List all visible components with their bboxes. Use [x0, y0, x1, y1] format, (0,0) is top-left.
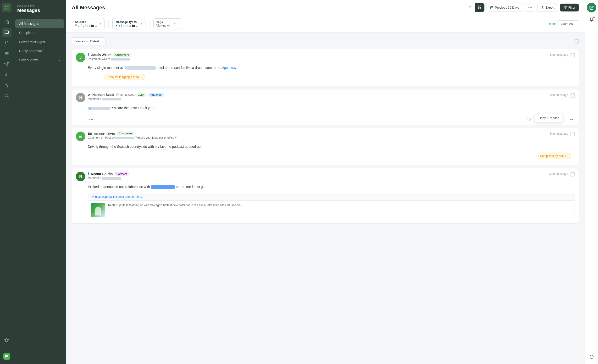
message-meta: f Justin Welch Customers Posted on Wall …: [88, 53, 548, 61]
card-view-button[interactable]: [475, 3, 484, 12]
svg-line-13: [8, 97, 8, 98]
sort-chevron-icon: ▾: [100, 40, 102, 43]
avatar: N: [76, 172, 85, 181]
message-meta: ✕ Hannah Scott @hannahscott 10k+ Influen…: [88, 93, 548, 101]
tags-filter[interactable]: Tags Viewing All ▾: [153, 18, 182, 29]
message-time: 8 minutes ago: [550, 93, 568, 97]
sidebar-item-saved-messages[interactable]: Saved Messages: [15, 38, 64, 46]
link-description: Nectar Spirits is teaming up with Chicag…: [108, 203, 241, 217]
reports-rail-icon[interactable]: [2, 80, 11, 90]
x-types-icon: ✕: [116, 24, 118, 27]
home-rail-icon[interactable]: [2, 17, 11, 27]
help-right-icon[interactable]: [587, 353, 596, 361]
li-source-icon: in: [85, 24, 88, 27]
sources-chevron-icon: ▾: [100, 22, 101, 25]
sort-bar: Newest to Oldest ▾: [72, 37, 579, 45]
message-checkbox[interactable]: [571, 93, 575, 98]
mention: @: [124, 66, 127, 70]
notifications-rail-icon[interactable]: [2, 38, 11, 48]
analytics-rail-icon[interactable]: [2, 70, 11, 79]
view-toggle-group: [465, 3, 485, 12]
messages-rail-icon[interactable]: [2, 28, 11, 37]
favorites-rail-icon[interactable]: [2, 335, 11, 345]
customers-badge: Customers: [117, 132, 134, 135]
compose-button[interactable]: [587, 3, 596, 12]
platform-x-icon: ✕: [88, 93, 91, 97]
customers-badge: Customers: [113, 53, 131, 57]
date-range-button[interactable]: Previous 30 Days: [487, 4, 523, 11]
topbar-actions: Previous 30 Days ••• Export Filter: [465, 3, 579, 12]
message-checkbox[interactable]: [571, 172, 575, 176]
more-actions-button[interactable]: •••: [88, 116, 95, 123]
brand-logo-icon[interactable]: [2, 3, 11, 12]
li-types-icon: in: [125, 24, 128, 27]
avatar: H: [76, 93, 85, 102]
export-button[interactable]: Export: [537, 4, 558, 11]
filter-actions: Reset Save As...: [548, 20, 579, 27]
message-card: m 📷 minniemakes Customers Comment on Pos…: [72, 128, 579, 165]
avatar: m: [76, 132, 85, 141]
sidebar-item-reply-approvals[interactable]: Reply Approvals: [15, 47, 64, 55]
platform-fb-icon: f: [88, 53, 89, 57]
svg-rect-3: [7, 8, 9, 10]
author-name: Hannah Scott: [92, 93, 114, 97]
platform-ig-icon: 📷: [88, 132, 92, 135]
message-card: H ✕ Hannah Scott @hannahscott 10k+ Influ…: [72, 89, 579, 125]
sidebar-item-all-messages[interactable]: All Messages: [15, 19, 64, 28]
svg-rect-19: [480, 6, 481, 7]
message-card: N f Nectar Spirits Partners Mentioned 13…: [72, 168, 579, 223]
platform-fb-icon: f: [88, 172, 89, 176]
sidebar-item-saved-views[interactable]: Saved Views ▾: [15, 56, 64, 64]
svg-rect-1: [7, 6, 9, 8]
publish-rail-icon[interactable]: [2, 59, 11, 69]
sources-icons: ✕ 2 f 1 in 1 📷 1: [75, 24, 97, 27]
svg-point-12: [5, 94, 8, 97]
right-panel: [585, 0, 598, 364]
notifications-right-icon[interactable]: [587, 15, 596, 24]
icon-rail: [0, 0, 13, 364]
sources-filter[interactable]: Sources ✕ 2 f 1 in 1 📷 1 ▾: [72, 18, 105, 29]
message-subtitle: Posted on Wall of: [88, 58, 548, 61]
sidebar-title: Messages: [17, 8, 62, 13]
message-types-filter[interactable]: Message Types ✕ 3 f 3 in 2 📷 2 ▾: [112, 18, 145, 29]
filter-separator-1: [108, 20, 108, 28]
message-time: 13 minutes ago: [548, 172, 568, 175]
svg-marker-27: [564, 6, 567, 9]
reply-button[interactable]: Tippy J. replied: [568, 116, 575, 122]
select-all-checkbox[interactable]: [574, 39, 579, 43]
svg-marker-14: [5, 338, 9, 342]
save-as-button[interactable]: Save As...: [557, 20, 579, 27]
sidebar-header: Corporate Messages: [13, 0, 66, 17]
tasks-rail-icon[interactable]: [2, 49, 11, 58]
reset-button[interactable]: Reset: [548, 20, 556, 27]
message-body: @ Y'all are the best! Thank you!: [72, 102, 579, 114]
sort-select[interactable]: Newest to Oldest ▾: [72, 37, 106, 45]
ig-source-icon: 📷: [91, 24, 94, 27]
follower-badge: 10k+: [136, 93, 146, 97]
blurred-brand: [151, 185, 175, 189]
message-subtitle: Mentioned: [88, 97, 548, 101]
author-name: minniemakes: [94, 132, 115, 135]
sidebar-item-completed[interactable]: Completed: [15, 28, 64, 37]
tags-chevron-icon: ▾: [174, 22, 175, 25]
message-meta: 📷 minniemakes Customers Comment on Post …: [88, 132, 548, 140]
topbar: All Messages: [66, 0, 585, 15]
list-view-button[interactable]: [465, 3, 475, 12]
completed-indicator: Completed by Nick L.: [537, 153, 571, 159]
author-handle: @hannahscott: [116, 93, 134, 96]
svg-rect-18: [478, 6, 479, 7]
link-thumbnail: [91, 203, 105, 217]
influencer-badge: Influencer: [148, 93, 165, 97]
brand-label: Corporate: [17, 5, 62, 8]
x-source-icon: ✕: [75, 24, 77, 27]
message-checkbox[interactable]: [571, 132, 575, 136]
message-checkbox[interactable]: [571, 53, 575, 58]
filter-button[interactable]: Filter: [560, 4, 579, 11]
notification-badge: [593, 16, 595, 18]
main-content: All Messages: [66, 0, 585, 364]
more-options-button[interactable]: •••: [525, 4, 535, 11]
listening-rail-icon[interactable]: [2, 91, 11, 100]
bottom-logo-icon[interactable]: [2, 352, 11, 361]
like-button[interactable]: [526, 116, 533, 122]
fb-source-icon: f: [80, 24, 81, 27]
